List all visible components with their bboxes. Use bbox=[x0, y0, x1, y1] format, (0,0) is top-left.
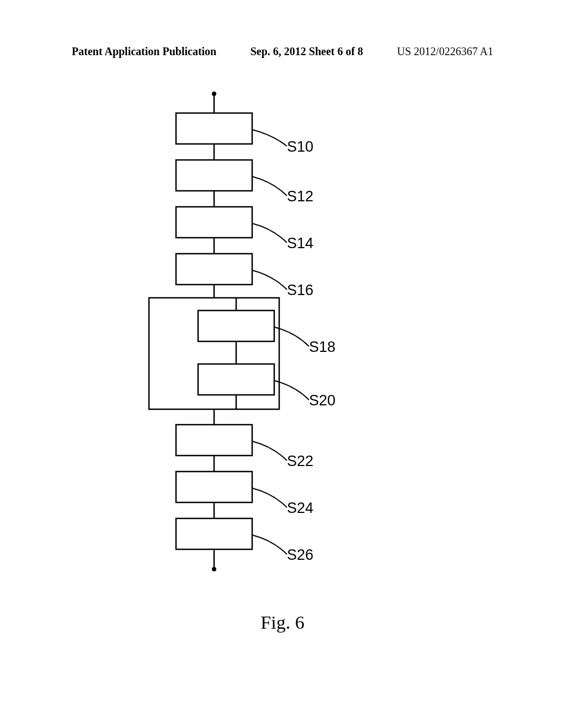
header-right: US 2012/0226367 A1 bbox=[397, 45, 493, 58]
callout-curve-icon bbox=[252, 176, 287, 196]
step-box-s10 bbox=[176, 113, 252, 144]
step-box-s18 bbox=[198, 311, 274, 341]
page-header: Patent Application Publication Sep. 6, 2… bbox=[0, 45, 565, 58]
callout-curve-icon bbox=[252, 488, 287, 507]
step-box-s16 bbox=[176, 254, 252, 285]
container-box bbox=[149, 298, 279, 409]
step-box-s22 bbox=[176, 425, 252, 456]
step-box-s20 bbox=[198, 364, 274, 395]
callout-curve-icon bbox=[252, 130, 287, 146]
figure-caption: Fig. 6 bbox=[0, 612, 565, 633]
flowchart-svg: S10 S12 S14 S16 S18 bbox=[0, 83, 565, 590]
label-s24: S24 bbox=[287, 500, 313, 516]
callout-curve-icon bbox=[252, 270, 287, 290]
flowchart-diagram: S10 S12 S14 S16 S18 bbox=[0, 83, 565, 590]
step-box-s26 bbox=[176, 518, 252, 549]
label-s22: S22 bbox=[287, 453, 313, 469]
label-s16: S16 bbox=[287, 282, 313, 298]
step-box-s12 bbox=[176, 160, 252, 191]
label-s26: S26 bbox=[287, 547, 313, 563]
end-dot-icon bbox=[212, 567, 216, 571]
callout-curve-icon bbox=[252, 223, 287, 243]
step-box-s24 bbox=[176, 472, 252, 502]
label-s10: S10 bbox=[287, 138, 313, 155]
callout-curve-icon bbox=[252, 535, 287, 554]
header-center: Sep. 6, 2012 Sheet 6 of 8 bbox=[250, 45, 363, 58]
header-left: Patent Application Publication bbox=[72, 45, 216, 58]
label-s18: S18 bbox=[309, 339, 335, 355]
label-s14: S14 bbox=[287, 235, 313, 251]
step-box-s14 bbox=[176, 207, 252, 238]
label-s12: S12 bbox=[287, 188, 313, 205]
label-s20: S20 bbox=[309, 392, 335, 409]
callout-curve-icon bbox=[252, 441, 287, 461]
